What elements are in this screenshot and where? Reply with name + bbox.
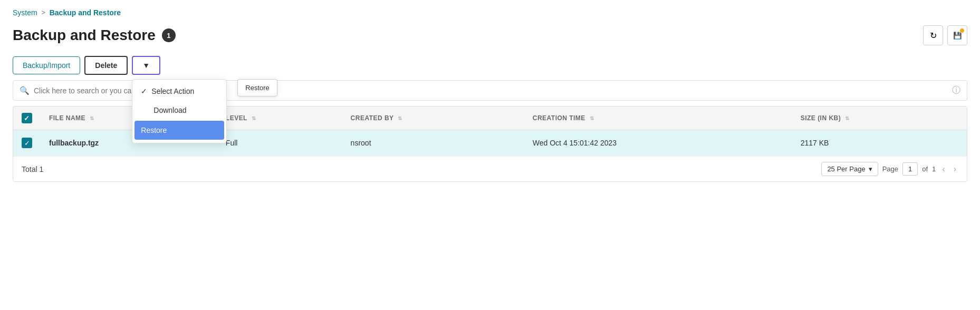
total-count: Total 1 — [22, 165, 43, 173]
cell-creation-time: Wed Oct 4 15:01:42 2023 — [524, 130, 792, 156]
sort-icon: ⇅ — [90, 115, 94, 121]
page-title: Backup and Restore — [13, 27, 156, 44]
dropdown-item-download[interactable]: Download — [132, 101, 226, 120]
select-all-checkbox[interactable]: ✓ — [22, 113, 32, 123]
total-pages: 1 — [932, 165, 936, 173]
check-icon: ✓ — [141, 87, 147, 95]
info-icon[interactable]: ⓘ — [952, 85, 960, 96]
dropdown-item-label: Download — [153, 106, 186, 114]
page-of: of — [922, 165, 928, 173]
breadcrumb-separator: > — [42, 9, 45, 16]
sort-icon: ⇅ — [398, 115, 402, 121]
col-size[interactable]: SIZE (IN KB) ⇅ — [792, 106, 967, 130]
col-creation-time[interactable]: CREATION TIME ⇅ — [524, 106, 792, 130]
notification-dot — [959, 28, 965, 33]
col-level[interactable]: LEVEL ⇅ — [217, 106, 342, 130]
refresh-button[interactable]: ↻ — [923, 25, 943, 45]
dropdown-item-restore[interactable]: Restore — [134, 121, 224, 140]
sort-icon: ⇅ — [845, 115, 849, 121]
page-title-row: Backup and Restore 1 — [13, 27, 176, 44]
backup-import-button[interactable]: Backup/Import — [13, 56, 80, 74]
action-dropdown-wrapper: ▼ ✓ Select Action Download Restore Resto… — [132, 56, 160, 75]
col-created-by[interactable]: CREATED BY ⇅ — [342, 106, 524, 130]
breadcrumb-system[interactable]: System — [13, 8, 37, 17]
per-page-label: 25 Per Page — [827, 165, 865, 173]
dropdown-item-label: Restore — [141, 126, 167, 134]
per-page-select[interactable]: 25 Per Page ▾ — [821, 162, 878, 176]
pagination: 25 Per Page ▾ Page 1 of 1 ‹ › — [821, 162, 958, 176]
sort-icon: ⇅ — [590, 115, 594, 121]
toolbar: Backup/Import Delete ▼ ✓ Select Action D… — [13, 56, 967, 75]
page-header: Backup and Restore 1 ↻ 💾 — [13, 25, 967, 45]
restore-tooltip: Restore — [237, 79, 277, 96]
dropdown-item-label: Select Action — [151, 87, 194, 95]
row-checkbox[interactable]: ✓ — [22, 138, 32, 148]
header-checkbox-cell[interactable]: ✓ — [13, 106, 41, 130]
action-dropdown-chevron: ▼ — [142, 61, 150, 70]
header-actions: ↻ 💾 — [923, 25, 967, 45]
cell-size: 2117 KB — [792, 130, 967, 156]
next-page-button[interactable]: › — [952, 163, 958, 175]
save-button[interactable]: 💾 — [947, 25, 967, 45]
action-dropdown-menu: ✓ Select Action Download Restore — [132, 79, 227, 143]
cell-created-by: nsroot — [342, 130, 524, 156]
item-count-badge: 1 — [162, 28, 176, 42]
refresh-icon: ↻ — [930, 31, 937, 41]
sort-icon: ⇅ — [252, 115, 256, 121]
dropdown-item-select-action[interactable]: ✓ Select Action — [132, 82, 226, 101]
cell-level: Full — [217, 130, 342, 156]
breadcrumb-current: Backup and Restore — [50, 8, 121, 17]
prev-page-button[interactable]: ‹ — [940, 163, 947, 175]
table-footer: Total 1 25 Per Page ▾ Page 1 of 1 ‹ › — [13, 156, 967, 181]
page-label: Page — [882, 165, 898, 173]
row-checkbox-cell[interactable]: ✓ — [13, 130, 41, 156]
search-icon: 🔍 — [20, 86, 30, 95]
action-dropdown-button[interactable]: ▼ — [132, 56, 160, 75]
delete-button[interactable]: Delete — [84, 56, 128, 75]
breadcrumb: System > Backup and Restore — [13, 8, 967, 17]
per-page-chevron: ▾ — [869, 165, 872, 173]
page-number: 1 — [902, 162, 918, 176]
